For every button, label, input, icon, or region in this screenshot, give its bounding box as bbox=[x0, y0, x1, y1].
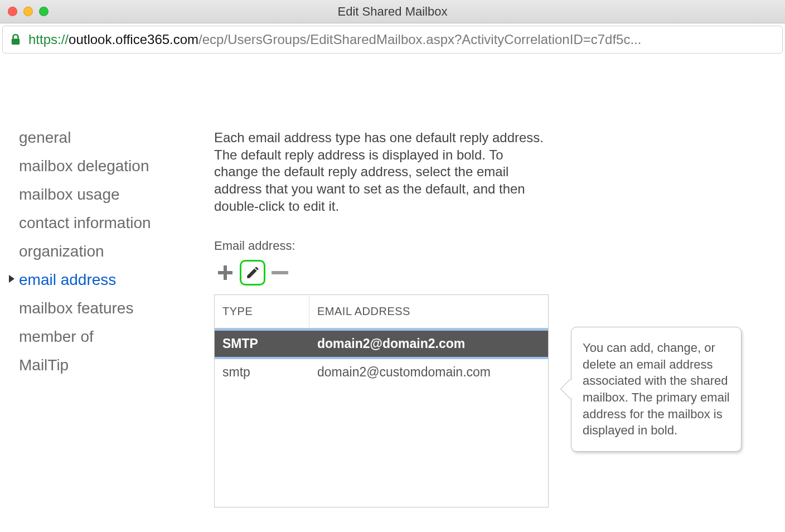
pencil-icon bbox=[245, 265, 260, 280]
email-table: TYPE EMAIL ADDRESS SMTP domain2@domain2.… bbox=[214, 294, 549, 507]
url-scheme: https:// bbox=[28, 32, 69, 47]
window-title: Edit Shared Mailbox bbox=[338, 4, 448, 19]
content-area: general mailbox delegation mailbox usage… bbox=[0, 54, 785, 507]
sidenav-item-mailtip[interactable]: MailTip bbox=[19, 354, 203, 382]
table-header: TYPE EMAIL ADDRESS bbox=[215, 295, 548, 328]
zoom-window-button[interactable] bbox=[39, 7, 49, 16]
help-callout-text: You can add, change, or delete an email … bbox=[583, 341, 730, 437]
window-controls bbox=[8, 7, 49, 16]
sidenav-item-organization[interactable]: organization bbox=[19, 240, 203, 268]
col-header-type[interactable]: TYPE bbox=[215, 295, 309, 328]
remove-email-button[interactable] bbox=[269, 262, 291, 284]
table-body: SMTP domain2@domain2.com smtp domain2@cu… bbox=[215, 328, 548, 507]
main-panel: Each email address type has one default … bbox=[214, 126, 549, 507]
table-row[interactable]: SMTP domain2@domain2.com bbox=[215, 328, 548, 359]
lock-icon bbox=[11, 33, 21, 46]
cell-email: domain2@domain2.com bbox=[309, 331, 548, 357]
cell-email: domain2@customdomain.com bbox=[309, 359, 548, 385]
sidenav-item-mailbox-features[interactable]: mailbox features bbox=[19, 297, 203, 325]
sidenav-item-mailbox-usage[interactable]: mailbox usage bbox=[19, 183, 203, 211]
sidenav-item-contact-information[interactable]: contact information bbox=[19, 211, 203, 240]
help-callout: You can add, change, or delete an email … bbox=[571, 327, 742, 452]
svg-rect-3 bbox=[272, 271, 288, 274]
col-header-email[interactable]: EMAIL ADDRESS bbox=[309, 295, 548, 328]
sidenav-item-member-of[interactable]: member of bbox=[19, 325, 203, 354]
email-toolbar bbox=[214, 260, 549, 286]
help-callout-wrap: You can add, change, or delete an email … bbox=[571, 327, 742, 507]
address-bar[interactable]: https://outlook.office365.com/ecp/UsersG… bbox=[2, 26, 783, 54]
svg-rect-0 bbox=[12, 38, 20, 45]
cell-type: SMTP bbox=[215, 331, 309, 357]
sidenav-item-general[interactable]: general bbox=[19, 126, 203, 154]
window-titlebar: Edit Shared Mailbox bbox=[0, 0, 785, 23]
description-text: Each email address type has one default … bbox=[214, 129, 549, 215]
edit-email-button[interactable] bbox=[240, 260, 265, 286]
close-window-button[interactable] bbox=[8, 7, 17, 16]
minimize-window-button[interactable] bbox=[23, 7, 33, 16]
side-nav: general mailbox delegation mailbox usage… bbox=[19, 126, 203, 507]
minus-icon bbox=[272, 271, 288, 274]
email-address-label: Email address: bbox=[214, 239, 549, 253]
svg-rect-2 bbox=[218, 271, 232, 274]
url-path: /ecp/UsersGroups/EditSharedMailbox.aspx?… bbox=[198, 32, 641, 47]
cell-type: smtp bbox=[215, 359, 309, 385]
sidenav-item-mailbox-delegation[interactable]: mailbox delegation bbox=[19, 154, 203, 183]
url-host: outlook.office365.com bbox=[69, 32, 198, 47]
add-email-button[interactable] bbox=[214, 262, 236, 284]
sidenav-item-email-address[interactable]: email address bbox=[19, 268, 203, 297]
plus-icon bbox=[217, 264, 234, 281]
table-row[interactable]: smtp domain2@customdomain.com bbox=[215, 359, 548, 385]
